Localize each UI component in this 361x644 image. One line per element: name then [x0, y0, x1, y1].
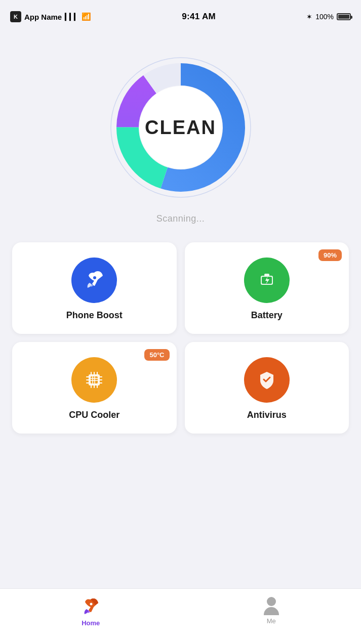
antivirus-card[interactable]: Antivirus — [185, 342, 349, 434]
status-right: ✶ 100% — [306, 13, 351, 21]
cpu-icon — [83, 368, 106, 392]
antivirus-label: Antivirus — [247, 410, 287, 420]
phone-boost-label: Phone Boost — [66, 310, 123, 321]
bottom-nav: Home Me — [0, 588, 361, 644]
home-rocket-icon — [81, 597, 101, 617]
cpu-cooler-label: CPU Cooler — [69, 410, 119, 420]
nav-me[interactable]: Me — [262, 597, 280, 625]
cpu-badge: 50°C — [144, 349, 169, 361]
status-time: 9:41 AM — [182, 12, 216, 22]
signal-icon: ▎▎▎ — [65, 13, 78, 21]
shield-icon — [255, 368, 278, 392]
svg-point-28 — [90, 603, 93, 606]
app-name: App Name — [24, 13, 62, 21]
svg-rect-8 — [264, 274, 269, 276]
battery-badge: 90% — [318, 249, 342, 261]
cpu-cooler-card[interactable]: 50°C — [12, 342, 177, 434]
app-logo-icon: K — [10, 11, 21, 22]
cpu-icon-bg — [71, 357, 117, 403]
battery-feature-icon — [255, 269, 278, 292]
nav-me-label: Me — [267, 617, 276, 625]
svg-point-6 — [93, 276, 96, 279]
donut-chart: CLEAN — [105, 52, 257, 203]
person-body-icon — [264, 607, 279, 615]
wifi-icon: 📶 — [82, 12, 91, 21]
donut-center-label: CLEAN — [145, 117, 216, 139]
battery-icon — [337, 13, 351, 20]
phone-boost-card[interactable]: Phone Boost — [12, 242, 177, 334]
person-head-icon — [267, 597, 276, 606]
phone-boost-icon-bg — [71, 257, 117, 303]
feature-grid: Phone Boost 90% Battery — [0, 224, 361, 434]
battery-label: Battery — [251, 310, 283, 321]
scanning-text: Scanning... — [156, 213, 205, 224]
status-left: K App Name ▎▎▎ 📶 — [10, 11, 91, 22]
status-bar: K App Name ▎▎▎ 📶 9:41 AM ✶ 100% — [0, 0, 361, 31]
nav-home-label: Home — [82, 619, 100, 627]
bluetooth-icon: ✶ — [306, 13, 312, 21]
battery-card[interactable]: 90% Battery — [185, 242, 349, 334]
battery-icon-bg — [244, 257, 290, 303]
nav-home[interactable]: Home — [81, 597, 101, 627]
rocket-icon — [83, 269, 106, 292]
battery-percent: 100% — [315, 13, 334, 21]
svg-rect-11 — [91, 376, 98, 383]
antivirus-icon-bg — [244, 357, 290, 403]
main-content: CLEAN Scanning... Phone Boost 90% — [0, 31, 361, 434]
person-icon — [262, 597, 280, 615]
